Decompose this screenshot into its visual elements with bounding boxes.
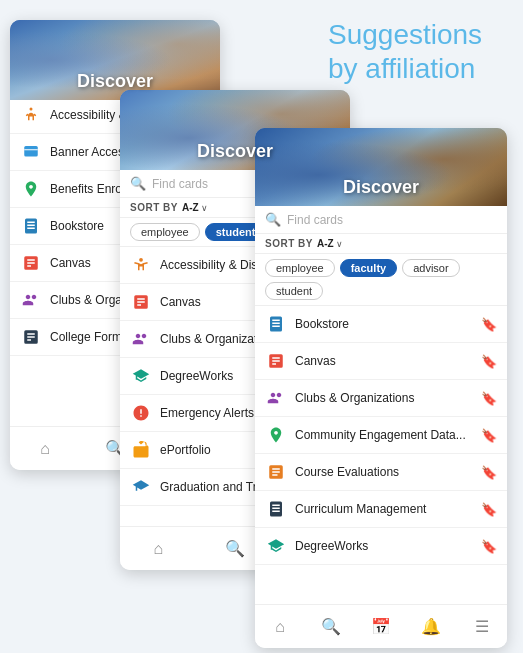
accessibility-icon <box>130 254 152 276</box>
canvas-icon <box>130 291 152 313</box>
bell-icon[interactable]: 🔔 <box>413 609 449 645</box>
home-icon[interactable]: ⌂ <box>140 531 176 567</box>
clubs-icon <box>265 387 287 409</box>
card-1-hero: Discover <box>10 20 220 100</box>
item-label: DegreeWorks <box>295 539 473 553</box>
item-label: Clubs & Organizations <box>295 391 473 405</box>
bookmark-icon[interactable]: 🔖 <box>481 391 497 406</box>
eportfolio-icon <box>130 439 152 461</box>
card-2-search-placeholder: Find cards <box>152 177 208 191</box>
list-item: Curriculum Management 🔖 <box>255 491 507 528</box>
bookmark-icon[interactable]: 🔖 <box>481 354 497 369</box>
bookmark-icon[interactable]: 🔖 <box>481 502 497 517</box>
item-label: Community Engagement Data... <box>295 428 473 442</box>
degree-icon <box>130 365 152 387</box>
card-3-bottom-nav: ⌂ 🔍 📅 🔔 ☰ <box>255 604 507 648</box>
bookmark-icon[interactable]: 🔖 <box>481 317 497 332</box>
card-3: Discover 🔍 Find cards SORT BY A-Z ∨ empl… <box>255 128 507 648</box>
menu-icon[interactable]: ☰ <box>464 609 500 645</box>
svg-point-0 <box>30 108 33 111</box>
college-icon <box>20 326 42 348</box>
svg-point-2 <box>139 258 143 262</box>
degree-icon <box>265 535 287 557</box>
chip-student[interactable]: student <box>265 282 323 300</box>
sort-label: SORT BY <box>265 238 313 249</box>
card-1-hero-title: Discover <box>77 71 153 92</box>
canvas-icon <box>265 350 287 372</box>
sort-label: SORT BY <box>130 202 178 213</box>
item-label: Course Evaluations <box>295 465 473 479</box>
bookmark-icon[interactable]: 🔖 <box>481 428 497 443</box>
list-item: DegreeWorks 🔖 <box>255 528 507 565</box>
suggestions-header: Suggestions by affiliation <box>328 18 513 85</box>
calendar-icon[interactable]: 📅 <box>363 609 399 645</box>
canvas-icon <box>20 252 42 274</box>
banner-icon <box>20 141 42 163</box>
home-icon[interactable]: ⌂ <box>27 431 63 467</box>
clubs-icon <box>130 328 152 350</box>
suggestions-subtitle: by affiliation <box>328 52 513 86</box>
search-icon: 🔍 <box>265 212 281 227</box>
sort-value: A-Z <box>182 202 199 213</box>
list-item: Clubs & Organizations 🔖 <box>255 380 507 417</box>
list-item: Community Engagement Data... 🔖 <box>255 417 507 454</box>
item-label: Canvas <box>295 354 473 368</box>
list-item: Canvas 🔖 <box>255 343 507 380</box>
chip-employee[interactable]: employee <box>265 259 335 277</box>
chevron-down-icon: ∨ <box>336 239 343 249</box>
accessibility-icon <box>20 104 42 126</box>
card-3-hero-title: Discover <box>343 177 419 198</box>
course-icon <box>265 461 287 483</box>
list-item: Course Evaluations 🔖 <box>255 454 507 491</box>
chip-employee[interactable]: employee <box>130 223 200 241</box>
svg-rect-1 <box>24 146 38 157</box>
card-3-sort-row: SORT BY A-Z ∨ <box>255 234 507 254</box>
chip-faculty[interactable]: faculty <box>340 259 397 277</box>
list-item: Bookstore 🔖 <box>255 306 507 343</box>
community-icon <box>265 424 287 446</box>
card-3-hero: Discover <box>255 128 507 206</box>
card-3-chips: employee faculty advisor student <box>255 254 507 306</box>
emergency-icon <box>130 402 152 424</box>
search-icon: 🔍 <box>130 176 146 191</box>
bookstore-icon <box>265 313 287 335</box>
item-label: Curriculum Management <box>295 502 473 516</box>
suggestions-title: Suggestions <box>328 18 513 52</box>
bookstore-icon <box>20 215 42 237</box>
search-icon[interactable]: 🔍 <box>313 609 349 645</box>
benefits-icon <box>20 178 42 200</box>
graduation-icon <box>130 476 152 498</box>
bookmark-icon[interactable]: 🔖 <box>481 539 497 554</box>
bookmark-icon[interactable]: 🔖 <box>481 465 497 480</box>
home-icon[interactable]: ⌂ <box>262 609 298 645</box>
clubs-icon <box>20 289 42 311</box>
search-icon[interactable]: 🔍 <box>217 531 253 567</box>
chevron-down-icon: ∨ <box>201 203 208 213</box>
item-label: Bookstore <box>295 317 473 331</box>
card-3-search[interactable]: 🔍 Find cards <box>255 206 507 234</box>
curriculum-icon <box>265 498 287 520</box>
card-3-search-placeholder: Find cards <box>287 213 343 227</box>
sort-value: A-Z <box>317 238 334 249</box>
card-2-hero-title: Discover <box>197 141 273 162</box>
chip-advisor[interactable]: advisor <box>402 259 459 277</box>
